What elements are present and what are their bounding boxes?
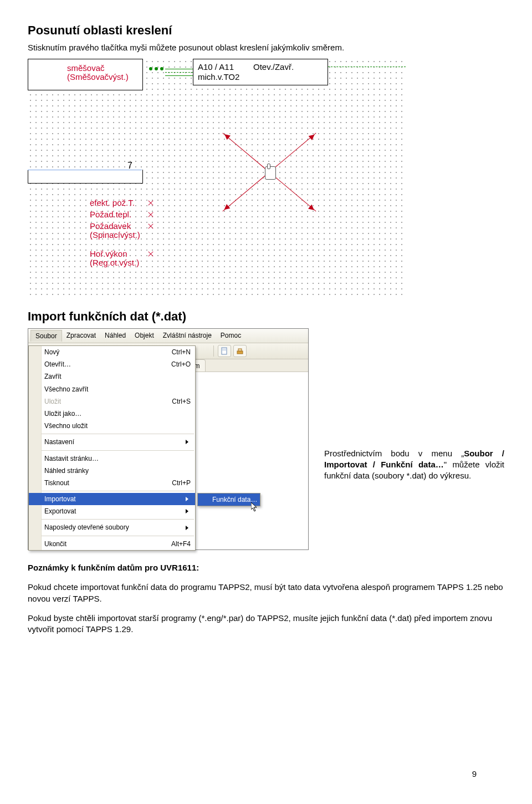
notes-p2: Pokud byste chtěli importovat starší pro…	[28, 613, 504, 635]
menuitem-label: Nastavit stránku…	[44, 454, 99, 463]
menuitem-nastavit-stranku[interactable]: Nastavit stránku…	[29, 452, 195, 465]
tapps-menu-screenshot: Soubor Zpracovat Náhled Objekt Zvláštní …	[28, 328, 309, 550]
menuitem-novy[interactable]: Nový Ctrl+N	[29, 346, 195, 358]
lab-hor: Hoř.výkon	[90, 249, 127, 258]
block-strip	[28, 170, 143, 184]
menuitem-label: Naposledy otevřené soubory	[44, 523, 129, 532]
intro-posunuti: Stisknutím pravého tlačítka myši můžete …	[28, 42, 504, 53]
menuitem-exportovat[interactable]: Exportovat	[29, 505, 195, 517]
hand-cursor-icon	[265, 166, 276, 180]
menuitem-naposledy[interactable]: Naposledy otevřené soubory	[29, 521, 195, 533]
menuitem-label: Tisknout	[44, 479, 69, 487]
block-mixer: směšovač (Směšovačvýst.)	[28, 59, 143, 90]
menu-zpracovat[interactable]: Zpracovat	[62, 330, 100, 341]
menuitem-label: Náhled stránky	[44, 466, 89, 475]
page-number: 9	[472, 769, 477, 780]
menuitem-label: Uložit jako…	[44, 409, 81, 418]
toolbar-button[interactable]	[218, 345, 231, 357]
document-icon	[221, 347, 228, 355]
separator	[213, 345, 214, 357]
menu-bar: Soubor Zpracovat Náhled Objekt Zvláštní …	[28, 329, 308, 343]
toolbar-button[interactable]	[233, 345, 247, 357]
txt-a: Prostřednictvím bodu v menu „	[324, 449, 464, 458]
file-dropdown: Nový Ctrl+N Otevřít… Ctrl+O Zavřít Všech…	[28, 345, 196, 551]
separator	[30, 536, 194, 536]
menu-zvlastni[interactable]: Zvláštní nástroje	[158, 330, 216, 341]
port-dot	[155, 67, 158, 70]
port-x-icon	[148, 223, 154, 229]
shortcut: Alt+F4	[171, 540, 191, 548]
menuitem-tisknout[interactable]: Tisknout Ctrl+P	[29, 477, 195, 489]
menuitem-vsechno-ulozit[interactable]: Všechno uložit	[29, 420, 195, 432]
import-submenu: Funkční data…	[197, 493, 260, 506]
separator	[30, 491, 194, 491]
menuitem-importovat[interactable]: Importovat Funkční data…	[29, 493, 195, 505]
block-mixer-label2: (Směšovačvýst.)	[67, 72, 129, 82]
import-explanation: Prostřednictvím bodu v menu „Soubor / Im…	[324, 328, 504, 482]
shortcut: Ctrl+N	[172, 348, 191, 357]
menuitem-label: Ukončit	[44, 540, 66, 548]
menuitem-ulozit-jako[interactable]: Uložit jako…	[29, 408, 195, 420]
tool-icon	[236, 347, 244, 355]
notes-heading: Poznámky k funkčním datům pro UVR1611:	[28, 563, 199, 572]
menuitem-label: Všechno uložit	[44, 421, 88, 430]
svg-rect-2	[222, 350, 226, 350]
menuitem-otevrit[interactable]: Otevřít… Ctrl+O	[29, 358, 195, 370]
cursor-icon	[251, 502, 259, 512]
shortcut: Ctrl+O	[171, 360, 191, 369]
shortcut: Ctrl+P	[172, 479, 191, 487]
svg-rect-0	[222, 348, 227, 354]
wire	[165, 75, 193, 76]
lab-efekt: efekt. pož.T.	[90, 199, 135, 207]
svg-rect-1	[222, 349, 226, 349]
wire-dashed	[165, 72, 193, 73]
menuitem-label: Uložit	[44, 397, 61, 406]
port-dot	[160, 67, 163, 70]
menuitem-label: Exportovat	[44, 507, 76, 516]
wire	[165, 69, 193, 69]
separator	[30, 434, 194, 434]
port-x-icon	[148, 251, 154, 257]
menu-body: Nový Ctrl+N Otevřít… Ctrl+O Zavřít Všech…	[28, 372, 308, 549]
menuitem-zavrit[interactable]: Zavřít	[29, 370, 195, 383]
shortcut: Ctrl+S	[172, 397, 191, 406]
drawing-canvas-figure: směšovač (Směšovačvýst.) A10 / A11 Otev.…	[28, 59, 405, 297]
wire-dashed	[328, 67, 406, 67]
label-seven: 7	[127, 160, 132, 172]
header-box: A10 / A11 Otev./Zavř. mich.v.TO2	[193, 59, 328, 85]
svg-rect-3	[237, 351, 243, 354]
svg-marker-5	[251, 502, 257, 511]
block-mixer-label1: směšovač	[67, 63, 105, 73]
menuitem-nastaveni[interactable]: Nastavení	[29, 436, 195, 448]
menuitem-label: Nový	[44, 348, 59, 357]
menuitem-label: Importovat	[44, 495, 76, 503]
separator	[30, 519, 194, 520]
menu-pomoc[interactable]: Pomoc	[216, 330, 245, 341]
port-x-icon	[148, 200, 154, 206]
menuitem-ukoncit[interactable]: Ukončit Alt+F4	[29, 538, 195, 550]
lab-pozad: Požad.tepl.	[90, 210, 131, 219]
notes-p1: Pokud chcete importovat funkční data do …	[28, 582, 504, 604]
menuitem-label: Všechno zavřít	[44, 385, 88, 394]
menuitem-label: Zavřít	[44, 372, 62, 381]
hdr-otev: Otev./Zavř.	[253, 62, 294, 73]
heading-posunuti: Posunutí oblasti kreslení	[28, 22, 504, 39]
notes-block: Poznámky k funkčním datům pro UVR1611: P…	[28, 562, 504, 635]
hdr-mich: mich.v.TO2	[198, 72, 239, 83]
menu-nahled[interactable]: Náhled	[100, 330, 130, 341]
menu-soubor[interactable]: Soubor	[30, 330, 62, 342]
menuitem-vsechno-zavrit[interactable]: Všechno zavřít	[29, 383, 195, 395]
menuitem-label: Nastavení	[44, 437, 74, 446]
menuitem-label: Otevřít…	[44, 360, 71, 369]
menuitem-nahled-stranky[interactable]: Náhled stránky	[29, 465, 195, 477]
separator	[30, 450, 194, 451]
lab-reg: (Reg.ot.výst.)	[90, 258, 139, 267]
port-dot	[149, 67, 152, 70]
box-strip-top	[28, 170, 142, 170]
menu-objekt[interactable]: Objekt	[130, 330, 158, 341]
lab-pozadavek: Požadavek	[90, 221, 131, 231]
port-x-icon	[148, 212, 154, 217]
menuitem-ulozit: Uložit Ctrl+S	[29, 395, 195, 408]
heading-import: Import funkčních dat (*.dat)	[28, 308, 504, 325]
svg-rect-4	[238, 349, 242, 351]
